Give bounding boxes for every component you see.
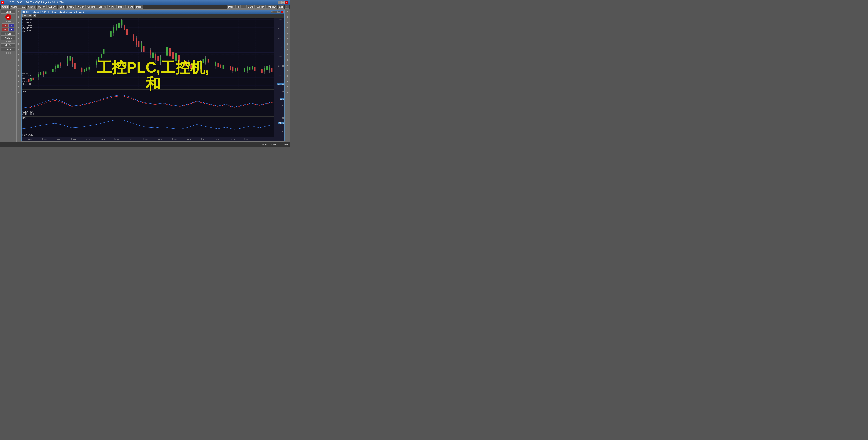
- svg-rect-75: [138, 41, 140, 47]
- svg-rect-71: [133, 34, 134, 41]
- app-icon: ■: [1, 1, 4, 4]
- page-button[interactable]: Page: [227, 5, 235, 9]
- dot: [9, 21, 11, 22]
- time-2017: |2017: [201, 138, 206, 140]
- menu-snapq[interactable]: SnapQ: [66, 5, 75, 9]
- ohlc-delta: Δ= +3.75: [23, 30, 32, 33]
- close-button[interactable]: ✕: [285, 1, 288, 4]
- svg-rect-115: [208, 59, 209, 63]
- help-button[interactable]: ?: [285, 5, 289, 9]
- menu-supsrv[interactable]: SupSrv: [47, 5, 57, 9]
- nav-dot: [18, 65, 19, 66]
- svg-rect-117: [215, 62, 216, 66]
- svg-rect-85: [155, 54, 156, 60]
- time-2014: |2014: [158, 138, 162, 140]
- right-dot: [287, 27, 288, 28]
- red-icon-1[interactable]: ◄: [2, 23, 8, 27]
- nav-dot: [18, 17, 19, 18]
- exit-button[interactable]: Exit: [278, 5, 284, 9]
- chart-search-btn[interactable]: 🔍: [271, 11, 274, 13]
- svg-rect-53: [101, 54, 102, 58]
- blue-icon-1[interactable]: ►: [8, 23, 14, 27]
- blue-icon-2[interactable]: ►: [8, 28, 14, 31]
- menu-chart[interactable]: Chart: [1, 5, 9, 9]
- nav-dot: [18, 75, 19, 77]
- time-2007: |2007: [57, 138, 61, 140]
- menu-options[interactable]: Options: [86, 5, 97, 9]
- right-dot: [287, 92, 288, 93]
- list-button[interactable]: <list>: [1, 48, 15, 51]
- studies-button[interactable]: Studies: [1, 36, 15, 40]
- menu-alert[interactable]: Alert: [58, 5, 65, 9]
- menu-more[interactable]: More: [135, 5, 143, 9]
- price-175: 175.00: [278, 65, 284, 67]
- red-icon-2[interactable]: ◄: [2, 28, 8, 31]
- menu-ordtkt[interactable]: OrdTkt: [97, 5, 107, 9]
- prev-page-button[interactable]: ◄: [235, 5, 241, 9]
- minimize-button[interactable]: _: [278, 1, 281, 4]
- chart-window: 📊 KCE - Coffee (ICE), Monthly Continuati…: [22, 10, 285, 141]
- right-dot: [287, 75, 288, 77]
- menu-trade[interactable]: Trade: [116, 5, 125, 9]
- dot: [8, 52, 9, 54]
- stoch-ssk: SSK= 44.28: [23, 111, 34, 113]
- svg-rect-91: [166, 48, 168, 56]
- nav-dot: [18, 81, 19, 82]
- window-controls: _ □ ✕: [278, 1, 288, 4]
- rsi-price-axis: 75 57.26 50 25: [274, 116, 284, 137]
- dot: [9, 52, 11, 54]
- menu-quote[interactable]: Quote: [10, 5, 19, 9]
- save-button[interactable]: Save: [247, 5, 254, 9]
- support-button[interactable]: Support: [255, 5, 266, 9]
- nav-dot: [18, 43, 19, 44]
- window-button[interactable]: Window: [266, 5, 277, 9]
- time-2015: |2015: [172, 138, 177, 140]
- svg-rect-109: [200, 62, 201, 66]
- svg-rect-19: [40, 72, 41, 75]
- chart-minimize-btn[interactable]: _: [274, 11, 277, 13]
- price-150: 150.00: [278, 74, 284, 76]
- main-chart[interactable]: [22, 18, 284, 90]
- time-2018: |2018: [216, 138, 220, 140]
- menu-news[interactable]: News: [107, 5, 116, 9]
- right-dot: [287, 22, 288, 23]
- price-300: 300.00: [278, 19, 284, 21]
- svg-rect-79: [143, 46, 145, 52]
- chart-maximize-btn[interactable]: □: [277, 11, 280, 13]
- time-2005: |2005: [28, 138, 32, 140]
- intd-button[interactable]: <IntD>: [1, 43, 15, 47]
- chart-close-btn[interactable]: ✕: [281, 11, 284, 13]
- app-title: 11:28:08 P002 174856 - CQG Integrated Cl…: [5, 1, 278, 3]
- svg-rect-107: [193, 65, 194, 69]
- main-layout: Setup ● ◄ ► ◄ ► ReScd Studies <IntD> <li…: [0, 9, 289, 142]
- menu-mscan[interactable]: MScan: [36, 5, 46, 9]
- price-275: 275.00: [278, 28, 284, 30]
- menu-ts[interactable]: T&S: [19, 5, 26, 9]
- bar-high: H= 127.25: [23, 77, 31, 80]
- svg-rect-145: [264, 68, 265, 71]
- svg-rect-39: [74, 63, 76, 69]
- time-2009: |2009: [86, 138, 90, 140]
- menu-status[interactable]: Status: [27, 5, 36, 9]
- rescale-button[interactable]: ReScd: [1, 32, 15, 36]
- dot: [9, 41, 11, 42]
- symbol-tab-arrow[interactable]: ▼: [33, 14, 36, 17]
- stoch-values: SSK= 44.28 SSD= 40.50: [23, 111, 34, 115]
- maximize-button[interactable]: □: [281, 1, 285, 4]
- symbol-tab[interactable]: KCE_M: [23, 14, 32, 17]
- svg-rect-93: [169, 48, 171, 57]
- record-button[interactable]: ●: [5, 14, 11, 20]
- menu-allcon[interactable]: AllCon: [76, 5, 86, 9]
- stoch-price-0: 0: [283, 111, 284, 113]
- setup-button[interactable]: Setup: [1, 10, 15, 13]
- stoch-price-25: 25: [282, 104, 284, 106]
- nav-dot: [18, 70, 19, 71]
- next-page-button[interactable]: ►: [241, 5, 246, 9]
- dot: [8, 21, 9, 22]
- svg-rect-35: [69, 56, 71, 61]
- nav-dot: [18, 86, 19, 87]
- menu-rfqs[interactable]: RFQs: [125, 5, 134, 9]
- svg-rect-113: [205, 58, 206, 62]
- bar-close: C= 119.30: [23, 83, 31, 85]
- svg-rect-65: [121, 20, 122, 25]
